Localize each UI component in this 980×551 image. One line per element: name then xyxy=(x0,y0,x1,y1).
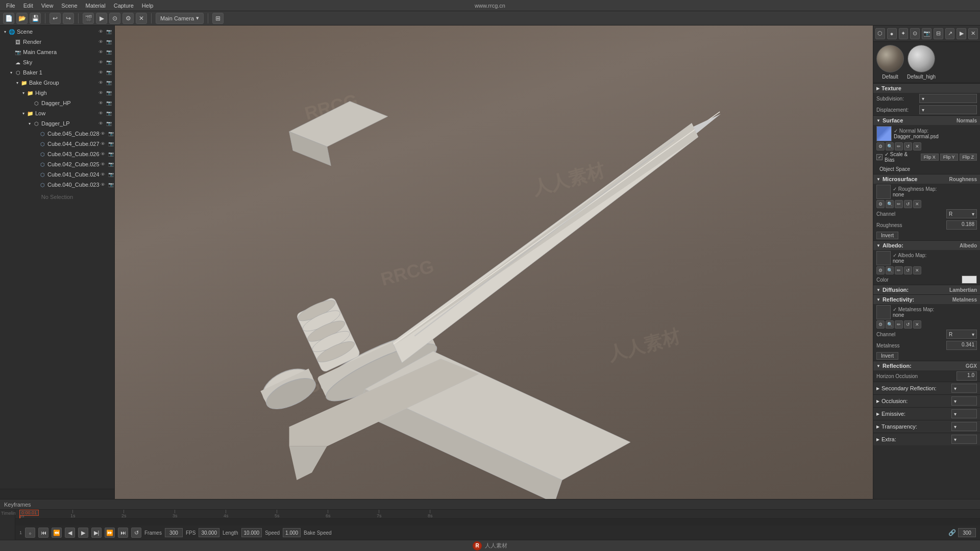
flip-y-btn[interactable]: Flip Y xyxy=(940,154,958,161)
right-icon-close[interactable]: ✕ xyxy=(968,28,978,39)
roughness-reload-icon[interactable]: ↺ xyxy=(904,200,912,208)
cube042-eye-icon[interactable]: 👁 xyxy=(100,161,107,168)
albedo-section-header[interactable]: ▼ Albedo: Albedo xyxy=(873,240,980,250)
render-btn[interactable]: 🎬 xyxy=(83,13,94,24)
material-sphere-1[interactable] xyxy=(876,45,904,72)
tree-scene[interactable]: ▾ 🌐 Scene 👁 📷 xyxy=(0,27,114,37)
transparency-header[interactable]: ▶ Transparency: ▾ xyxy=(873,420,980,433)
metalness-settings-icon[interactable]: ⚙ xyxy=(876,320,885,329)
cube044-cam-icon[interactable]: 📷 xyxy=(108,140,114,147)
extra-header[interactable]: ▶ Extra: ▾ xyxy=(873,433,980,445)
color-swatch[interactable] xyxy=(962,276,977,284)
settings-btn[interactable]: ⚙ xyxy=(122,13,134,24)
properties-scroll[interactable]: ▶ Texture Subdivision: ▾ Displacement: ▾… xyxy=(873,83,980,499)
occlusion-header[interactable]: ▶ Occlusion: ▾ xyxy=(873,394,980,407)
tree-sky[interactable]: ▾ ☁ Sky 👁 📷 xyxy=(0,57,114,67)
open-btn[interactable]: 📂 xyxy=(16,13,28,24)
fps-value[interactable]: 30.000 xyxy=(199,528,219,537)
cube040-eye-icon[interactable]: 👁 xyxy=(100,181,107,188)
tree-cube040[interactable]: ⬡ Cube.040_Cube.023 👁 📷 xyxy=(0,180,114,190)
transport-loop-btn[interactable]: ↺ xyxy=(131,528,141,538)
metalness-swatch[interactable] xyxy=(876,305,891,319)
secondary-reflection-dropdown[interactable]: ▾ xyxy=(951,384,977,393)
flip-z-btn[interactable]: Flip Z xyxy=(960,154,977,161)
menu-view[interactable]: View xyxy=(37,2,58,10)
normal-edit-icon[interactable]: ✏ xyxy=(895,142,903,151)
tree-cube043[interactable]: ⬡ Cube.043_Cube.026 👁 📷 xyxy=(0,149,114,159)
transport-next-frame-btn[interactable]: ▶| xyxy=(91,528,102,538)
tree-dagger-hp[interactable]: ▾ ⬡ Dagger_HP 👁 📷 xyxy=(0,98,114,108)
subdivision-dropdown[interactable]: ▾ xyxy=(919,94,977,103)
menu-scene[interactable]: Scene xyxy=(57,2,81,10)
tree-cube044[interactable]: ⬡ Cube.044_Cube.027 👁 📷 xyxy=(0,139,114,149)
daggerlp-eye-icon[interactable]: 👁 xyxy=(97,120,104,127)
albedo-search-icon[interactable]: 🔍 xyxy=(886,266,894,274)
albedo-edit-icon[interactable]: ✏ xyxy=(895,266,903,274)
albedo-swatch[interactable] xyxy=(876,251,891,265)
transport-prev-btn[interactable]: ⏪ xyxy=(52,528,62,538)
cube041-cam-icon[interactable]: 📷 xyxy=(108,171,114,178)
cube041-eye-icon[interactable]: 👁 xyxy=(100,171,107,178)
metalness-invert-btn[interactable]: Invert xyxy=(876,352,898,360)
normal-map-swatch[interactable] xyxy=(876,126,892,141)
bake-value[interactable]: 300 xyxy=(958,528,976,537)
metalness-search-icon[interactable]: 🔍 xyxy=(886,320,894,329)
scale-bias-checkbox[interactable]: ✓ xyxy=(876,154,883,160)
speed-value[interactable]: 1.000 xyxy=(283,528,301,537)
camera-eye-icon[interactable]: 👁 xyxy=(97,48,104,56)
tree-baker1[interactable]: ▾ ⬡ Baker 1 👁 📷 xyxy=(0,67,114,78)
normal-reload-icon[interactable]: ↺ xyxy=(904,142,912,151)
roughness-edit-icon[interactable]: ✏ xyxy=(895,200,903,208)
right-icon-scene[interactable]: ⬡ xyxy=(875,28,885,39)
metalness-channel-dropdown[interactable]: R▾ xyxy=(946,330,977,339)
keyframe-btn[interactable]: ⬦ xyxy=(25,528,35,538)
right-icon-anim[interactable]: ▶ xyxy=(957,28,966,39)
camera-dropdown[interactable]: Main Camera ▾ xyxy=(156,13,204,24)
tree-dagger-lp[interactable]: ▾ ⬡ Dagger_LP 👁 📷 xyxy=(0,118,114,129)
frames-value[interactable]: 300 xyxy=(165,528,183,537)
cube044-eye-icon[interactable]: 👁 xyxy=(100,140,107,147)
diffusion-section-header[interactable]: ▼ Diffusion: Lambertian xyxy=(873,285,980,294)
bake-btn[interactable]: ⊙ xyxy=(109,13,120,24)
tree-low[interactable]: ▾ 📁 Low 👁 📷 xyxy=(0,108,114,118)
baker1-eye-icon[interactable]: 👁 xyxy=(97,69,104,76)
tree-bake-group[interactable]: ▾ 📁 Bake Group 👁 📷 xyxy=(0,78,114,88)
right-icon-mat[interactable]: ● xyxy=(887,28,897,39)
roughness-search-icon[interactable]: 🔍 xyxy=(886,200,894,208)
right-icon-export[interactable]: ↗ xyxy=(945,28,955,39)
cube040-cam-icon[interactable]: 📷 xyxy=(108,181,114,188)
menu-file[interactable]: File xyxy=(2,2,19,10)
high-cam-icon[interactable]: 📷 xyxy=(105,89,112,96)
timeline-track[interactable] xyxy=(15,519,980,525)
tree-cube045[interactable]: ▾ ⬡ Cube.045_Cube.028 👁 📷 xyxy=(0,129,114,139)
texture-section-header[interactable]: ▶ Texture xyxy=(873,83,980,93)
high-eye-icon[interactable]: 👁 xyxy=(97,89,104,96)
tree-main-camera[interactable]: ▾ 📷 Main Camera 👁 📷 xyxy=(0,47,114,57)
menu-edit[interactable]: Edit xyxy=(19,2,37,10)
transport-next-btn[interactable]: ⏩ xyxy=(105,528,115,538)
tree-cube042[interactable]: ⬡ Cube.042_Cube.025 👁 📷 xyxy=(0,159,114,169)
scene-cam-icon[interactable]: 📷 xyxy=(105,28,112,35)
roughness-clear-icon[interactable]: ✕ xyxy=(913,200,921,208)
menu-capture[interactable]: Capture xyxy=(110,2,138,10)
metalness-edit-icon[interactable]: ✏ xyxy=(895,320,903,329)
tree-high[interactable]: ▾ 📁 High 👁 📷 xyxy=(0,88,114,98)
sky-cam-icon[interactable]: 📷 xyxy=(105,59,112,66)
render-cam-icon[interactable]: 📷 xyxy=(105,38,112,45)
normal-clear-icon[interactable]: ✕ xyxy=(913,142,921,151)
render2-btn[interactable]: ▶ xyxy=(96,13,107,24)
emissive-header[interactable]: ▶ Emissive: ▾ xyxy=(873,407,980,420)
horizon-occlusion-input[interactable]: 1.0 xyxy=(957,371,977,381)
undo-btn[interactable]: ↩ xyxy=(50,13,61,24)
menu-material[interactable]: Material xyxy=(82,2,110,10)
save-btn[interactable]: 💾 xyxy=(30,13,41,24)
metalness-reload-icon[interactable]: ↺ xyxy=(904,320,912,329)
tool1[interactable]: ✕ xyxy=(136,13,147,24)
low-cam-icon[interactable]: 📷 xyxy=(105,110,112,117)
bakegroup-cam-icon[interactable]: 📷 xyxy=(105,79,112,86)
tree-render[interactable]: ▾ 🖼 Render 👁 📷 xyxy=(0,37,114,47)
flip-x-btn[interactable]: Flip X xyxy=(921,154,939,161)
cube042-cam-icon[interactable]: 📷 xyxy=(108,161,114,168)
roughness-value-input[interactable]: 0.188 xyxy=(946,220,977,230)
bakegroup-eye-icon[interactable]: 👁 xyxy=(97,79,104,86)
